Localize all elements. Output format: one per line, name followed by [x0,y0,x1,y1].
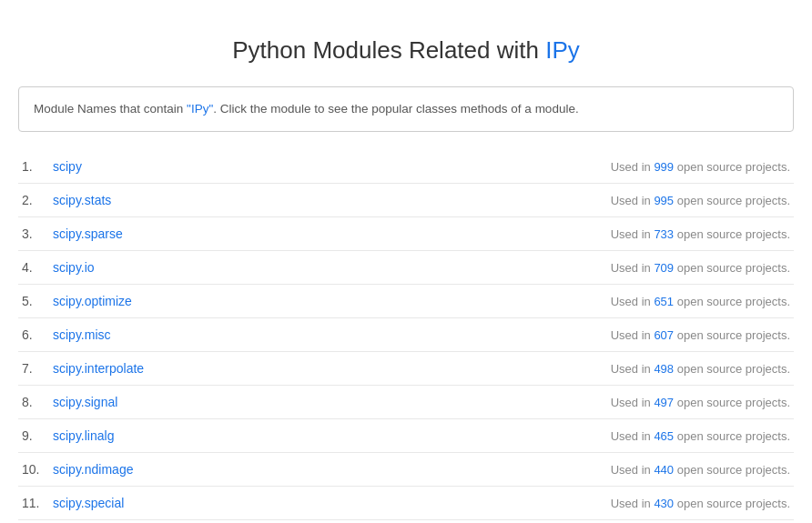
list-item: 10.scipy.ndimageUsed in 440 open source … [18,453,794,487]
module-number: 10. [22,462,47,477]
module-link[interactable]: scipy.linalg [53,428,114,443]
module-link[interactable]: scipy.ndimage [53,462,133,477]
list-item: 8.scipy.signalUsed in 497 open source pr… [18,386,794,419]
module-link[interactable]: scipy.io [53,260,95,275]
module-number: 2. [22,193,47,207]
module-usage: Used in 651 open source projects. [611,295,790,308]
list-item: 7.scipy.interpolateUsed in 498 open sour… [18,352,794,386]
module-link[interactable]: scipy.optimize [53,294,132,308]
module-number: 9. [22,428,47,443]
module-link[interactable]: scipy.signal [53,395,117,409]
module-usage: Used in 709 open source projects. [611,261,790,275]
list-item: 2.scipy.statsUsed in 995 open source pro… [18,184,794,217]
list-item: 6.scipy.miscUsed in 607 open source proj… [18,318,794,352]
module-usage: Used in 497 open source projects. [611,396,790,409]
info-box: Module Names that contain "IPy". Click t… [18,86,794,132]
module-link[interactable]: scipy.special [53,496,124,510]
list-item: 11.scipy.specialUsed in 430 open source … [18,487,794,520]
module-list: 1.scipyUsed in 999 open source projects.… [18,150,794,523]
module-usage: Used in 430 open source projects. [611,497,790,510]
module-link[interactable]: scipy [53,159,82,174]
module-usage: Used in 733 open source projects. [611,227,790,241]
module-number: 5. [22,294,47,308]
module-link[interactable]: scipy.misc [53,327,111,342]
list-item: 4.scipy.ioUsed in 709 open source projec… [18,251,794,285]
module-usage: Used in 995 open source projects. [611,194,790,207]
list-item: 3.scipy.sparseUsed in 733 open source pr… [18,217,794,251]
module-usage: Used in 440 open source projects. [611,463,790,477]
module-link[interactable]: scipy.sparse [53,226,123,241]
module-number: 4. [22,260,47,275]
module-number: 1. [22,159,47,174]
page-title: Python Modules Related with IPy [18,36,794,65]
module-usage: Used in 607 open source projects. [611,328,790,342]
module-link[interactable]: scipy.stats [53,193,111,207]
list-item: 9.scipy.linalgUsed in 465 open source pr… [18,419,794,453]
module-number: 11. [22,496,47,510]
module-link[interactable]: scipy.interpolate [53,361,144,376]
module-usage: Used in 465 open source projects. [611,429,790,443]
list-item: 5.scipy.optimizeUsed in 651 open source … [18,285,794,318]
module-usage: Used in 999 open source projects. [611,160,790,174]
list-item: 1.scipyUsed in 999 open source projects. [18,150,794,184]
module-number: 6. [22,327,47,342]
module-number: 8. [22,395,47,409]
module-number: 3. [22,226,47,241]
module-number: 7. [22,361,47,376]
module-usage: Used in 498 open source projects. [611,362,790,376]
